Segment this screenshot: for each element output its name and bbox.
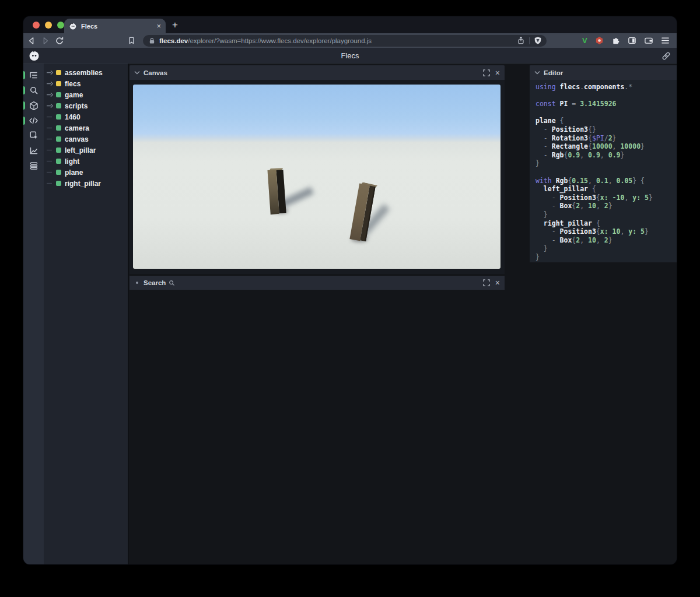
main-area: Canvas × [129, 64, 677, 564]
leaf-dash-icon [47, 181, 55, 186]
sidebar-item-queries[interactable] [23, 158, 44, 173]
panel-title: Search [144, 279, 166, 286]
window-zoom-button[interactable] [57, 22, 64, 29]
tree-item-left_pillar[interactable]: left_pillar [44, 145, 128, 156]
tree-item-camera[interactable]: camera [44, 122, 128, 134]
tab-bar: Flecs × + [23, 16, 677, 33]
active-indicator [23, 86, 25, 94]
tree-item-canvas[interactable]: canvas [44, 134, 128, 145]
canvas-panel: Canvas × [130, 65, 505, 274]
sidebar-item-script-editor[interactable] [23, 113, 44, 128]
tree-item-flecs[interactable]: flecs [44, 78, 128, 89]
code-line: - Rotation3{$PI/2} [536, 134, 677, 143]
close-icon[interactable]: × [495, 69, 500, 77]
brave-shield-icon[interactable] [534, 36, 542, 45]
tree-item-scripts[interactable]: scripts [44, 100, 128, 111]
tree-item-label: right_pillar [65, 180, 101, 188]
extensions-puzzle-icon[interactable] [611, 36, 620, 45]
scene-3d-viewport[interactable] [133, 85, 501, 269]
code-icon [29, 117, 38, 125]
lock-icon [149, 37, 155, 44]
entity-square-icon [56, 125, 61, 131]
sidebar-icon-strip [23, 64, 44, 564]
tree-item-plane[interactable]: plane [44, 167, 128, 178]
new-tab-button[interactable]: + [168, 18, 182, 32]
reload-icon[interactable] [55, 36, 69, 45]
tree-item-label: plane [65, 168, 83, 177]
tree-item-game[interactable]: game [44, 89, 128, 100]
code-line: right_pillar { [536, 219, 677, 228]
layers-stack-icon [29, 161, 38, 170]
share-icon[interactable] [517, 36, 525, 45]
window-close-button[interactable] [33, 22, 40, 29]
menu-hamburger-icon[interactable] [661, 37, 670, 44]
code-line: } [536, 210, 677, 219]
url-path: /explorer/?wasm=https://www.flecs.dev/ex… [188, 37, 372, 44]
code-line: - Rectangle{10000, 10000} [536, 142, 677, 151]
page-title: Flecs [23, 48, 677, 64]
code-line: - Box{2, 10, 2} [536, 236, 677, 245]
tree-item-label: canvas [65, 135, 89, 143]
browser-window: Flecs × + flecs. [23, 16, 677, 564]
app-content: assembliesflecsgamescripts1460cameracanv… [23, 64, 677, 564]
chart-icon [29, 146, 38, 155]
cube-3d-icon [29, 101, 38, 111]
expand-arrow-icon [47, 81, 55, 86]
chevron-down-icon[interactable] [134, 71, 140, 75]
tree-item-right_pillar[interactable]: right_pillar [44, 178, 128, 189]
leaf-dash-icon [47, 136, 55, 142]
leaf-dash-icon [47, 159, 55, 164]
sidebar-toggle-icon[interactable] [628, 36, 636, 45]
extension-hexagon-icon[interactable] [595, 36, 604, 45]
tree-item-label: flecs [65, 80, 80, 88]
tree-item-label: light [65, 157, 79, 166]
code-line: const PI = 3.1415926 [536, 100, 677, 108]
inspector-cursor-icon [29, 131, 38, 140]
search-panel-header[interactable]: Search × [130, 276, 505, 290]
url-bar[interactable]: flecs.dev/explorer/?wasm=https://www.fle… [143, 35, 547, 47]
close-icon[interactable]: × [495, 279, 500, 287]
sidebar-item-statistics[interactable] [23, 143, 44, 158]
code-editor[interactable]: using flecs.components.* const PI = 3.14… [530, 80, 677, 262]
expand-arrow-icon [47, 103, 55, 108]
entity-square-icon [56, 181, 61, 186]
browser-tab[interactable]: Flecs × [64, 19, 166, 33]
tree-item-label: assemblies [65, 69, 103, 77]
vue-devtools-extension-icon[interactable]: V [582, 36, 587, 45]
tab-favicon-flecs-icon [69, 22, 77, 30]
module-square-icon [56, 70, 61, 75]
code-line: } [536, 159, 677, 168]
tree-item-1460[interactable]: 1460 [44, 111, 128, 122]
editor-panel-header[interactable]: Editor × [530, 65, 677, 80]
code-line: - Position3{x: 10, y: 5} [536, 227, 677, 236]
code-line: using flecs.components.* [536, 83, 677, 92]
wallet-icon[interactable] [644, 36, 653, 45]
divider [529, 37, 530, 44]
code-line: } [536, 253, 677, 262]
entity-square-icon [56, 136, 61, 142]
chevron-down-icon[interactable] [534, 71, 540, 75]
expand-arrow-icon [47, 70, 55, 75]
forward-icon[interactable] [41, 36, 55, 45]
bookmark-icon[interactable] [127, 36, 136, 45]
window-minimize-button[interactable] [45, 22, 52, 29]
canvas-panel-header[interactable]: Canvas × [130, 65, 505, 80]
code-line: left_pillar { [536, 185, 677, 194]
sidebar-item-inspector[interactable] [23, 128, 44, 143]
tree-item-label: game [65, 91, 83, 99]
code-line: - Box{2, 10, 2} [536, 202, 677, 210]
tree-item-light[interactable]: light [44, 156, 128, 167]
share-link-icon[interactable] [662, 51, 671, 61]
leaf-dash-icon [47, 148, 55, 153]
leaf-dash-icon [47, 125, 55, 131]
sidebar-item-entity-tree[interactable] [23, 68, 44, 83]
tree-item-assemblies[interactable]: assemblies [44, 67, 128, 78]
sidebar-item-search[interactable] [23, 83, 44, 98]
sidebar-item-scene-3d[interactable] [23, 98, 44, 113]
back-icon[interactable] [27, 36, 41, 45]
tab-close-icon[interactable]: × [156, 22, 161, 30]
code-line: - Position3{} [536, 125, 677, 134]
fullscreen-icon[interactable] [483, 69, 490, 76]
collapsed-indicator-icon[interactable] [136, 282, 138, 284]
fullscreen-icon[interactable] [483, 279, 490, 286]
